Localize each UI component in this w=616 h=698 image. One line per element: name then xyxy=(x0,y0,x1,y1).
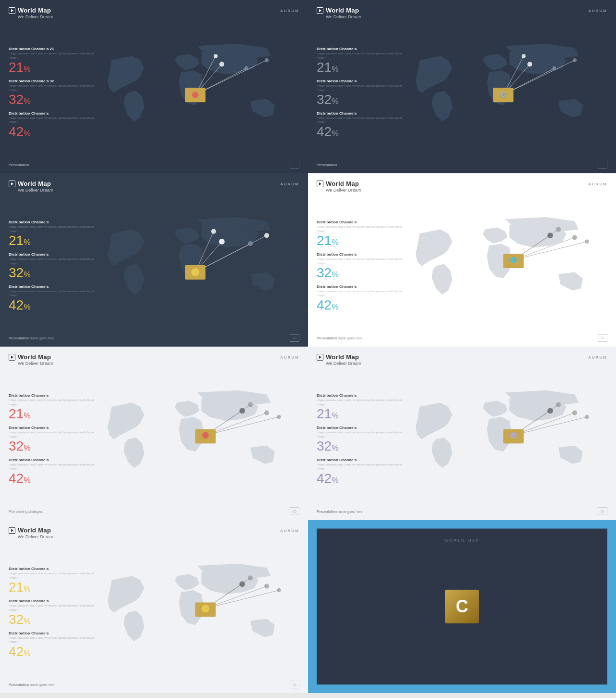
play-icon-7 xyxy=(9,527,15,534)
slide-6: World Map We Deliver Dream AURUM Distrib… xyxy=(308,347,616,520)
stat-item-1-2: Distribution Channels Integer posuere er… xyxy=(9,111,95,139)
slide-content-1: Distribution Channels 21 Integer posuere… xyxy=(9,26,299,159)
slide-subtitle-5: We Deliver Dream xyxy=(18,361,53,366)
world-map-4: C xyxy=(403,209,607,323)
slide-4: World Map We Deliver Dream AURUM Distrib… xyxy=(308,173,616,347)
slide-5: World Map We Deliver Dream AURUM Distrib… xyxy=(0,347,308,520)
slide-header-5: World Map We Deliver Dream xyxy=(9,353,53,366)
world-map-1: C xyxy=(95,36,299,150)
stat-item-7-1: Distribution Channels Integer posuere er… xyxy=(9,599,95,626)
stats-panel-5: Distribution Channels Integer posuere er… xyxy=(9,393,95,485)
stat-item-5-0: Distribution Channels Integer posuere er… xyxy=(9,393,95,421)
svg-point-39 xyxy=(510,257,517,263)
svg-point-64 xyxy=(585,415,589,419)
slide-2: World Map We Deliver Dream AURUM Distrib… xyxy=(308,0,616,173)
slide-8-inner: WORLD MAP C xyxy=(317,529,607,685)
slide-content-4: Distribution Channels Integer posuere er… xyxy=(317,200,607,332)
stat-item-2-1: Distribution Channels Integer posuere er… xyxy=(317,79,403,106)
slide-title-5: World Map xyxy=(18,353,51,361)
aurum-label-1: AURUM xyxy=(280,9,299,13)
stat-item-2-0: Distribution Channels Integer posuere er… xyxy=(317,47,403,74)
stat-item-5-1: Distribution Channels Integer posuere er… xyxy=(9,426,95,453)
stats-panel-7: Distribution Channels Integer posuere er… xyxy=(9,567,95,658)
slide-footer-3: Presentation name goes here 00 xyxy=(9,334,299,342)
slide-header-7: World Map We Deliver Dream xyxy=(9,527,53,539)
slide-subtitle-6: We Deliver Dream xyxy=(326,361,361,366)
slide-content-5: Distribution Channels Integer posuere er… xyxy=(9,373,299,505)
svg-point-20 xyxy=(573,58,577,62)
stats-panel-1: Distribution Channels 21 Integer posuere… xyxy=(9,47,95,138)
svg-point-9 xyxy=(265,58,269,62)
map-area-6: C xyxy=(403,373,607,505)
world-map-5: C xyxy=(95,382,299,496)
svg-point-17 xyxy=(500,91,507,98)
slide-footer-1: Presentation xyxy=(9,161,299,168)
slide-1: World Map We Deliver Dream AURUM Distrib… xyxy=(0,0,308,173)
slide-content-2: Distribution Channels Integer posuere er… xyxy=(317,26,607,159)
svg-point-30 xyxy=(248,241,253,246)
slide-8-top-text: WORLD MAP xyxy=(317,538,607,543)
svg-point-32 xyxy=(211,229,216,233)
stat-item-4-1: Distribution Channels Integer posuere er… xyxy=(317,252,403,280)
slide-header-6: World Map We Deliver Dream xyxy=(317,353,361,366)
stat-item-2-2: Distribution Channels Integer posuere er… xyxy=(317,111,403,139)
svg-line-46 xyxy=(205,417,279,435)
aurum-label-4: AURUM xyxy=(588,182,607,186)
play-icon-3 xyxy=(9,181,15,187)
aurum-label-3: AURUM xyxy=(280,182,299,186)
svg-point-52 xyxy=(264,410,269,415)
slide-content-7: Distribution Channels Integer posuere er… xyxy=(9,546,299,679)
map-area-5: C xyxy=(95,373,299,505)
slide-footer-2: Presentation xyxy=(317,161,607,168)
svg-point-72 xyxy=(201,605,209,613)
world-map-7: C xyxy=(95,556,299,670)
aurum-label-6: AURUM xyxy=(588,355,607,360)
svg-point-7 xyxy=(219,62,224,66)
slide-title-7: World Map xyxy=(18,527,51,534)
map-area-3: C xyxy=(95,200,299,332)
world-map-3: C xyxy=(95,209,299,323)
svg-point-40 xyxy=(547,233,553,238)
svg-point-54 xyxy=(248,402,253,407)
stat-item-1-0: Distribution Channels 21 Integer posuere… xyxy=(9,47,95,74)
slide-title-2: World Map xyxy=(326,7,359,14)
slide-title-4: World Map xyxy=(326,180,359,187)
svg-point-65 xyxy=(556,402,561,407)
stats-panel-6: Distribution Channels Integer posuere er… xyxy=(317,393,403,485)
stats-panel-2: Distribution Channels Integer posuere er… xyxy=(317,47,403,138)
stat-item-5-2: Distribution Channels Integer posuere er… xyxy=(9,458,95,485)
slide-footer-5: Five winning strategies 00 xyxy=(9,507,299,515)
stat-item-3-2: Distribution Channels Integer posuere er… xyxy=(9,284,95,312)
svg-point-76 xyxy=(248,575,253,580)
slide-title-1: World Map xyxy=(18,7,51,14)
map-area-1: C xyxy=(95,26,299,159)
map-area-4: C xyxy=(403,200,607,332)
svg-point-29 xyxy=(219,239,225,245)
stats-panel-4: Distribution Channels Integer posuere er… xyxy=(317,220,403,311)
svg-point-50 xyxy=(202,432,209,439)
slide-8: WORLD MAP C xyxy=(308,520,616,693)
stat-item-7-0: Distribution Channels Integer posuere er… xyxy=(9,567,95,594)
svg-point-18 xyxy=(527,62,532,66)
stat-item-4-2: Distribution Channels Integer posuere er… xyxy=(317,284,403,312)
svg-point-42 xyxy=(585,239,589,243)
slide-footer-6: Presentation name goes here 00 xyxy=(317,507,607,515)
svg-point-75 xyxy=(277,588,281,592)
play-icon-2 xyxy=(317,7,323,14)
stat-item-7-2: Distribution Channels Integer posuere er… xyxy=(9,631,95,659)
slide-header-3: World Map We Deliver Dream xyxy=(9,180,53,193)
slide-content-6: Distribution Channels Integer posuere er… xyxy=(317,373,607,505)
svg-point-28 xyxy=(191,268,199,276)
stat-item-3-0: Distribution Channels Integer posuere er… xyxy=(9,220,95,247)
play-icon-4 xyxy=(317,181,323,187)
aurum-label-7: AURUM xyxy=(280,529,299,533)
svg-point-31 xyxy=(264,233,269,238)
stat-item-1-1: Distribution Channels 32 Integer posuere… xyxy=(9,79,95,106)
svg-point-43 xyxy=(556,227,561,232)
svg-point-62 xyxy=(547,408,553,414)
stat-item-6-1: Distribution Channels Integer posuere er… xyxy=(317,426,403,453)
slide-8-logo: C xyxy=(445,590,479,623)
svg-point-8 xyxy=(244,66,248,70)
svg-point-63 xyxy=(572,410,577,415)
aurum-label-2: AURUM xyxy=(588,9,607,13)
